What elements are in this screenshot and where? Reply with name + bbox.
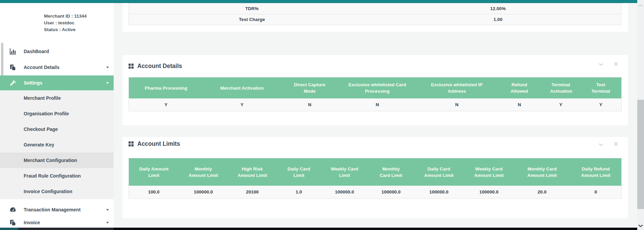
data-cell: Y (580, 98, 622, 111)
sidebar-item-checkout-page[interactable]: Checkout Page (0, 121, 114, 137)
wrench-icon (9, 79, 17, 87)
column-header: Refund Allowed (498, 77, 542, 99)
chevron-down-icon (106, 82, 109, 85)
table-header-row: Pharma ProcessingMerchant ActivationDire… (129, 77, 622, 99)
page-title: Account Details (137, 63, 182, 70)
account-details-table: Pharma ProcessingMerchant ActivationDire… (129, 77, 622, 111)
sidebar-item-generate-key[interactable]: Generate Key (0, 137, 114, 153)
documents-icon (9, 64, 17, 71)
table-row: TDR% 12.00% (129, 3, 621, 14)
sidebar-item-account-details[interactable]: Account Details (0, 60, 114, 75)
vertical-scrollbar-thumb[interactable] (637, 100, 644, 209)
sidebar-item-dashboard[interactable]: DashBoard (0, 44, 114, 59)
vertical-scrollbar[interactable] (637, 0, 644, 230)
charge-value-cell: 1.00 (375, 14, 621, 25)
sidebar-item-label: Account Details (24, 65, 60, 70)
page-title: Account Limits (137, 140, 180, 147)
column-header: Monthly Card Limit (368, 158, 414, 186)
user-text: User : testdoc (44, 20, 87, 26)
column-header: Monthly Amount Limit (179, 158, 228, 186)
column-header: Daily Refund Amount Limit (570, 158, 622, 186)
data-cell: Y (542, 98, 580, 111)
data-cell: 100000.0 (179, 186, 228, 199)
data-cell: 100000.0 (321, 186, 368, 199)
charge-value-cell: 12.00% (375, 3, 621, 14)
data-cell: N (416, 98, 498, 111)
sidebar-item-label: Settings (24, 80, 42, 86)
column-header: Weekly Card Amount Limit (464, 158, 514, 186)
data-cell: 100000.0 (368, 186, 414, 199)
column-header: Weekly Card Limit (321, 158, 368, 186)
main-content: TDR% 12.00% Test Charge 1.00 Account Det… (114, 3, 637, 228)
table-row: Test Charge 1.00 (129, 14, 621, 25)
account-details-panel: Account Details Pharma ProcessingMerchan… (122, 55, 628, 125)
merchant-info: Merchant ID : 11344 User : testdoc Statu… (44, 13, 87, 33)
close-button[interactable] (614, 141, 619, 146)
column-header: Pharma Processing (129, 77, 203, 99)
column-header: Test Terminal (580, 77, 622, 99)
account-limits-table: Daily Amount LimitMonthly Amount LimitHi… (129, 158, 622, 199)
sidebar-item-merchant-configuration[interactable]: Merchant Configuration (0, 153, 114, 168)
collapse-button[interactable] (599, 141, 604, 146)
data-cell: 1.0 (277, 186, 321, 199)
grid-icon (129, 141, 134, 146)
chevron-down-icon (106, 67, 109, 70)
data-cell: N (339, 98, 416, 111)
sidebar-item-fraud-rule-configuration[interactable]: Fraud Rule Configuration (0, 168, 114, 184)
sidebar-item-organisation-profile[interactable]: Organisation Profile (0, 106, 114, 121)
scroll-up-icon[interactable] (638, 2, 643, 8)
column-header: Merchant Activation (203, 77, 281, 99)
column-header: Monthly Card Amount Limit (514, 158, 570, 186)
collapse-button[interactable] (599, 61, 604, 66)
table-row: 100.0100000.0201001.0100000.0100000.0100… (129, 186, 622, 199)
chevron-down-icon (599, 63, 603, 66)
charge-label-cell: TDR% (129, 3, 375, 14)
sidebar-item-label: Transaction Management (24, 207, 80, 212)
panel-header: Account Details (129, 63, 182, 70)
merchant-id-text: Merchant ID : 11344 (44, 13, 87, 20)
sidebar-item-label: Invoice (24, 220, 40, 225)
column-header: Terminal Activation (542, 77, 580, 99)
chevron-down-icon (106, 209, 109, 212)
data-cell: N (281, 98, 339, 111)
data-cell: 100000.0 (414, 186, 464, 199)
column-header: Daily Card Amount Limit (414, 158, 464, 186)
column-header: Exclusive whitelisted IP Address (416, 77, 498, 99)
sidebar-item-invoice-configuration[interactable]: Invoice Configuration (0, 184, 114, 199)
column-header: Daily Amount Limit (129, 158, 179, 186)
account-limits-panel: Account Limits Daily Amount LimitMonthly… (122, 137, 628, 218)
data-cell: Y (129, 98, 203, 111)
sidebar-item-merchant-profile[interactable]: Merchant Profile (0, 90, 114, 106)
invoice-icon (9, 219, 17, 226)
close-icon (614, 142, 618, 146)
charges-card: TDR% 12.00% Test Charge 1.00 (122, 3, 628, 32)
column-header: Daily Card Limit (277, 158, 321, 186)
chevron-down-icon (106, 222, 109, 225)
status-text: Status : Active (44, 26, 87, 33)
close-button[interactable] (614, 61, 619, 66)
chevron-down-icon (599, 143, 603, 146)
sidebar-item-settings[interactable]: Settings (0, 75, 114, 90)
data-cell: Y (203, 98, 281, 111)
data-cell: 0 (570, 186, 622, 199)
bottom-bar-left (18, 228, 114, 230)
horizontal-scrollbar[interactable] (114, 228, 637, 230)
data-cell: 20100 (228, 186, 277, 199)
close-icon (614, 62, 618, 66)
charge-label-cell: Test Charge (129, 14, 375, 25)
column-header: High Risk Amount Limit (228, 158, 277, 186)
sidebar-item-label: DashBoard (24, 49, 49, 54)
speedometer-icon (9, 206, 17, 213)
panel-header: Account Limits (129, 140, 180, 147)
table-header-row: Daily Amount LimitMonthly Amount LimitHi… (129, 158, 622, 186)
top-accent-bar (0, 0, 637, 3)
charges-table: TDR% 12.00% Test Charge 1.00 (129, 3, 621, 25)
bar-chart-icon (9, 48, 17, 55)
table-row: YYNNNNYY (129, 98, 622, 111)
scroll-down-icon[interactable] (638, 223, 643, 229)
data-cell: 20.0 (514, 186, 570, 199)
column-header: Direct Capture Mode (281, 77, 339, 99)
data-cell: 100000.0 (464, 186, 514, 199)
column-header: Exclusive whitelisted Card Processing (339, 77, 416, 99)
sidebar: Merchant ID : 11344 User : testdoc Statu… (0, 3, 114, 228)
